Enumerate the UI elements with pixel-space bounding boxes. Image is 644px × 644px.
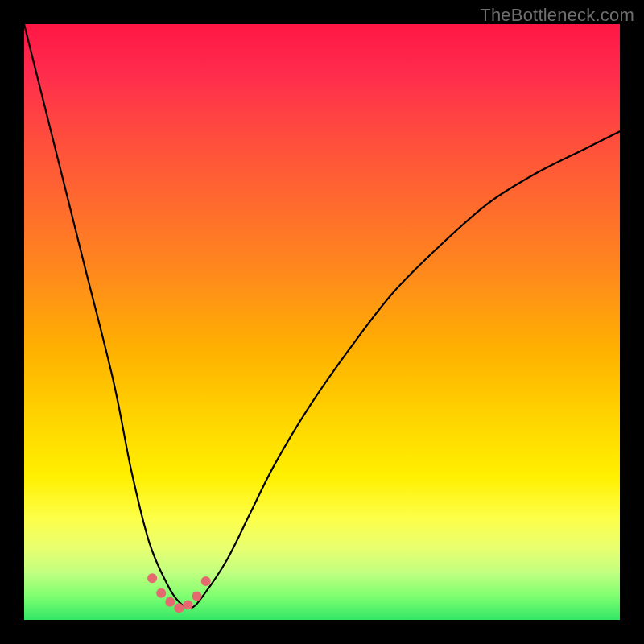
trough-marker xyxy=(192,591,202,601)
trough-marker xyxy=(165,597,175,607)
trough-marker xyxy=(174,603,184,613)
trough-marker xyxy=(201,576,211,586)
trough-markers xyxy=(147,573,211,613)
watermark-text: TheBottleneck.com xyxy=(480,5,634,26)
chart-frame: TheBottleneck.com xyxy=(0,0,644,644)
trough-marker xyxy=(156,588,166,598)
bottleneck-curve xyxy=(24,24,620,608)
trough-marker xyxy=(147,573,157,583)
trough-marker xyxy=(184,601,193,610)
plot-area xyxy=(24,24,620,620)
curve-svg xyxy=(24,24,620,620)
